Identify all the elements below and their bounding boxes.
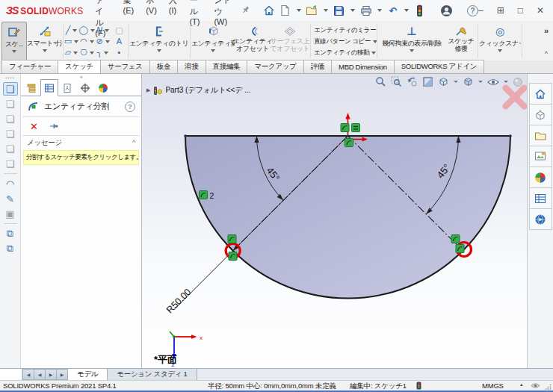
collapse-chevron-icon[interactable]: ^: [132, 139, 135, 146]
zoom-fit-icon[interactable]: [375, 76, 386, 87]
panel-drag-handle[interactable]: ●: [21, 74, 141, 79]
arc-settings-icon[interactable]: ◠: [3, 177, 18, 190]
text-tool-button[interactable]: A: [111, 37, 127, 46]
radius-dimension-text[interactable]: R50.00: [164, 287, 193, 315]
tab-solidworks-addins[interactable]: SOLIDWORKS アドイン: [394, 60, 484, 73]
view-cube-icon[interactable]: ❏: [3, 127, 18, 140]
command-help-button[interactable]: ?: [125, 102, 135, 112]
hide-show-items-eye-icon[interactable]: [487, 78, 499, 87]
smart-dimension-button[interactable]: スマート寸法: [27, 22, 62, 60]
arc-tool-button[interactable]: ◠: [80, 37, 96, 46]
sketch-point[interactable]: [509, 134, 512, 137]
resize-grip[interactable]: [546, 383, 552, 391]
undo-caret-icon[interactable]: [404, 9, 409, 12]
close-button[interactable]: ✕: [537, 5, 544, 16]
relation-badge[interactable]: [228, 235, 236, 243]
convert-caret-icon[interactable]: [211, 49, 215, 52]
spline-caret-icon[interactable]: [105, 29, 109, 32]
toolbar-drag-handle[interactable]: ••••: [5, 76, 14, 81]
tab-sketch[interactable]: スケッチ: [58, 60, 101, 73]
offset-entities-button[interactable]: エンティティオフセット: [235, 22, 271, 60]
view-cube-icon[interactable]: ❏: [3, 142, 18, 155]
first-tab-button[interactable]: ◀: [22, 369, 34, 380]
arc-caret-icon[interactable]: [90, 40, 94, 43]
new-document-button[interactable]: [279, 4, 292, 17]
polygon-caret-icon[interactable]: [90, 52, 94, 55]
unit-system-caret-icon[interactable]: ▴: [520, 382, 522, 388]
sketch-button[interactable]: スケ...: [1, 22, 27, 60]
tree-expand-icon[interactable]: ▶: [146, 87, 150, 93]
ribbon-collapse-button[interactable]: ^: [545, 50, 548, 57]
spline-tool-button[interactable]: N: [96, 26, 111, 34]
feature-tree-flyout[interactable]: ▶ Part3 (デフォルト<<デ ...: [146, 85, 251, 96]
dimxpert-manager-tab[interactable]: [76, 79, 94, 96]
relations-caret-icon[interactable]: [410, 49, 414, 52]
configuration-manager-tab[interactable]: [58, 79, 76, 96]
zoom-to-area-icon[interactable]: [391, 76, 402, 87]
view-cube-icon[interactable]: ❏: [3, 97, 18, 111]
graphics-viewport[interactable]: R50.00 45° 45°: [142, 74, 527, 368]
display-style-caret-icon[interactable]: [478, 81, 483, 83]
display-style-cube-icon[interactable]: [463, 76, 474, 87]
save-caret-icon[interactable]: [350, 9, 355, 12]
confirmation-corner-cancel-icon[interactable]: [501, 83, 527, 111]
relation-badge[interactable]: [341, 124, 349, 132]
design-library-tab[interactable]: [529, 104, 552, 125]
plane-tool-button[interactable]: ▢: [111, 26, 127, 34]
file-explorer-tab[interactable]: [529, 125, 552, 146]
trim-caret-icon[interactable]: [157, 49, 161, 52]
solidworks-forum-tab[interactable]: [529, 208, 552, 230]
open-caret-icon[interactable]: [324, 9, 328, 12]
maximize-button[interactable]: □: [518, 5, 523, 16]
sketch-markup-icon[interactable]: ✎: [3, 192, 18, 205]
next-tab-button[interactable]: ▶: [45, 369, 57, 380]
relation-badge[interactable]: [200, 191, 208, 199]
quick-snaps-caret-icon[interactable]: [498, 49, 502, 52]
open-button[interactable]: [306, 4, 319, 17]
ellipse-caret-icon[interactable]: [105, 40, 110, 43]
move-entities-button[interactable]: エンティティの移動: [312, 47, 376, 58]
account-button[interactable]: [440, 4, 454, 17]
sketch-canvas[interactable]: R50.00 45° 45°: [142, 74, 527, 368]
sketch-caret-icon[interactable]: [12, 50, 16, 53]
display-delete-relations-button[interactable]: ⊥ 幾何拘束の表示/削除: [378, 22, 445, 60]
convert-entities-button[interactable]: エンティティ変換: [191, 22, 235, 60]
rectangle-caret-icon[interactable]: [74, 40, 78, 43]
line-caret-icon[interactable]: [72, 29, 77, 32]
repair-sketch-button[interactable]: スケッチ修復: [445, 22, 477, 60]
ellipse-tool-button[interactable]: ⊘: [96, 37, 111, 46]
mirror-entities-button[interactable]: エンティティのミラー: [312, 25, 376, 36]
point-tool-button[interactable]: ▪: [111, 49, 127, 57]
model-tab[interactable]: モデル: [67, 369, 108, 380]
menu-pin-icon[interactable]: [241, 5, 250, 16]
custom-properties-tab[interactable]: [529, 187, 552, 209]
print-button[interactable]: [359, 4, 373, 17]
quick-snaps-button[interactable]: ◎ クィックスナップ: [479, 22, 521, 60]
display-manager-tab[interactable]: [94, 79, 112, 96]
fillet-tool-button[interactable]: ╮: [96, 49, 111, 57]
polygon-tool-button[interactable]: ⎔: [80, 49, 96, 57]
slot-tool-button[interactable]: ▱: [64, 49, 80, 57]
tab-sheet-metal[interactable]: 板金: [149, 60, 178, 73]
appearances-scenes-tab[interactable]: [529, 167, 552, 188]
sketch-point[interactable]: [347, 134, 350, 137]
drag-arrow-up-icon[interactable]: [345, 113, 350, 119]
ribbon-overflow-button[interactable]: »: [544, 26, 549, 35]
new-document-caret-icon[interactable]: [297, 9, 301, 12]
circle-caret-icon[interactable]: [90, 29, 95, 32]
trim-entities-button[interactable]: エンティティのトリム(I: [129, 22, 189, 60]
help-button[interactable]: ?: [467, 5, 478, 16]
property-manager-tab[interactable]: [40, 79, 58, 96]
tab-features[interactable]: フィーチャー: [1, 60, 58, 73]
fillet-caret-icon[interactable]: [104, 52, 108, 55]
feature-manager-tab[interactable]: [22, 79, 40, 96]
tab-evaluate[interactable]: 評価: [303, 60, 332, 73]
rebuild-button[interactable]: [413, 4, 427, 17]
last-tab-button[interactable]: ▶: [56, 369, 68, 380]
circle-tool-button[interactable]: ◯: [80, 26, 96, 34]
tab-mbd-dimension[interactable]: MBD Dimension: [331, 60, 395, 73]
tab-weldments[interactable]: 溶接: [177, 60, 206, 73]
cancel-command-button[interactable]: ✕: [30, 122, 38, 131]
view-cube-active-icon[interactable]: ❑: [3, 82, 18, 96]
cascade-button[interactable]: ⊞: [497, 5, 504, 16]
